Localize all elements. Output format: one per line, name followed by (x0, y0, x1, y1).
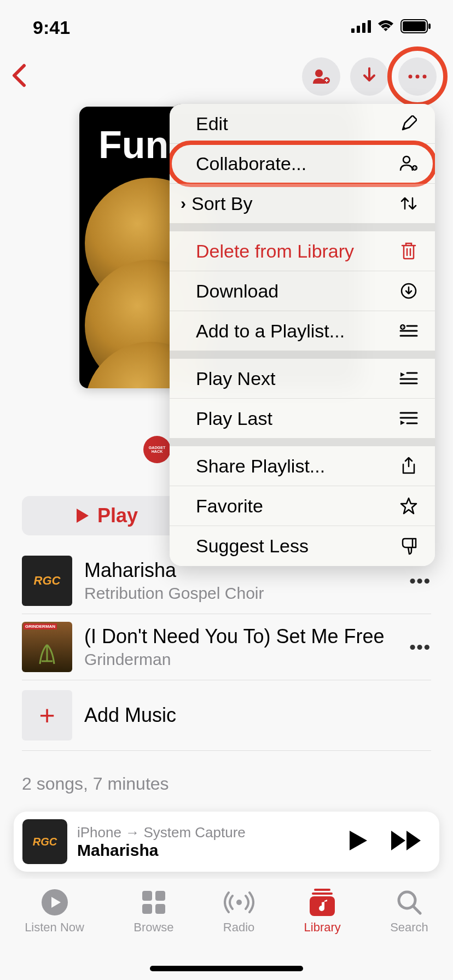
tab-library[interactable]: Library (304, 889, 341, 980)
chevron-right-icon: › (181, 194, 186, 213)
song-list: RGC Maharisha Retribution Gospel Choir •… (22, 548, 431, 794)
source-badge: GADGET HACK (143, 436, 171, 463)
svg-rect-6 (428, 24, 431, 29)
menu-play-last[interactable]: Play Last (170, 399, 435, 439)
now-playing-bar[interactable]: RGC iPhone → System Capture Maharisha (14, 812, 439, 872)
playlist-title: Fun (98, 123, 169, 167)
radio-icon (224, 889, 254, 916)
thumbs-down-icon (399, 538, 419, 555)
back-button[interactable] (11, 63, 28, 90)
svg-rect-14 (155, 891, 165, 901)
tab-search[interactable]: Search (390, 889, 428, 980)
library-icon (310, 889, 335, 916)
share-icon (399, 457, 419, 475)
svg-point-11 (423, 75, 427, 79)
play-last-icon (399, 411, 419, 425)
song-title: (I Don't Need You To) Set Me Free (84, 625, 397, 648)
download-button[interactable] (350, 57, 388, 96)
svg-rect-16 (155, 904, 165, 914)
np-play-button[interactable] (349, 830, 368, 854)
add-list-icon (399, 324, 419, 338)
song-more-button[interactable]: ••• (409, 571, 431, 591)
svg-rect-2 (362, 23, 365, 33)
trash-icon (399, 242, 419, 260)
song-artist: Retribution Gospel Choir (84, 584, 397, 603)
tab-bar: Listen Now Browse Radio Library Search (0, 879, 453, 980)
plus-icon: + (22, 690, 72, 740)
svg-point-7 (315, 69, 323, 77)
menu-share[interactable]: Share Playlist... (170, 446, 435, 486)
menu-play-next[interactable]: Play Next (170, 359, 435, 399)
svg-rect-18 (314, 889, 330, 891)
nav-header (0, 55, 453, 98)
star-icon (399, 497, 419, 515)
play-icon (76, 508, 90, 524)
menu-download[interactable]: Download (170, 271, 435, 311)
song-more-button[interactable]: ••• (409, 637, 431, 657)
menu-sort-by[interactable]: ›Sort By (170, 184, 435, 224)
now-playing-route: iPhone → System Capture (77, 824, 339, 841)
status-indicators (351, 19, 431, 36)
now-playing-artwork: RGC (22, 819, 67, 864)
download-circle-icon (399, 283, 419, 299)
play-label: Play (97, 504, 138, 527)
svg-rect-1 (357, 26, 360, 33)
play-button[interactable]: Play (22, 496, 191, 535)
playlist-summary: 2 songs, 7 minutes (22, 774, 431, 794)
now-playing-title: Maharisha (77, 841, 339, 860)
menu-add-playlist[interactable]: Add to a Playlist... (170, 311, 435, 351)
svg-point-22 (403, 156, 410, 163)
menu-suggest-less[interactable]: Suggest Less (170, 526, 435, 566)
home-indicator[interactable] (150, 966, 303, 971)
grid-icon (141, 889, 166, 916)
svg-rect-13 (142, 891, 152, 901)
svg-point-10 (416, 75, 420, 79)
invite-button[interactable] (302, 57, 340, 96)
svg-point-17 (236, 900, 242, 905)
song-row[interactable]: GRINDERMAN (I Don't Need You To) Set Me … (22, 614, 431, 680)
status-bar: 9:41 (0, 0, 453, 55)
svg-rect-15 (142, 904, 152, 914)
menu-favorite[interactable]: Favorite (170, 486, 435, 526)
tab-listen-now[interactable]: Listen Now (25, 889, 84, 980)
menu-collaborate[interactable]: Collaborate... (170, 144, 435, 184)
search-icon (396, 889, 422, 916)
svg-rect-3 (368, 20, 371, 33)
more-button[interactable] (398, 57, 437, 96)
battery-icon (400, 19, 431, 36)
wifi-icon (376, 20, 395, 35)
np-forward-button[interactable] (390, 830, 423, 854)
svg-rect-0 (351, 28, 355, 33)
pencil-icon (399, 115, 419, 132)
person-add-icon (399, 155, 419, 172)
cellular-icon (351, 20, 371, 35)
svg-point-9 (409, 75, 413, 79)
song-artist: Grinderman (84, 650, 397, 669)
svg-rect-19 (312, 892, 333, 895)
play-circle-icon (41, 889, 68, 916)
menu-edit[interactable]: Edit (170, 104, 435, 144)
song-artwork: GRINDERMAN (22, 622, 72, 672)
context-menu: Edit Collaborate... ›Sort By Delete from… (170, 104, 435, 566)
song-artwork: RGC (22, 556, 72, 606)
add-music-label: Add Music (84, 704, 176, 727)
sort-icon (399, 196, 419, 211)
play-next-icon (399, 371, 419, 386)
add-music-row[interactable]: + Add Music (22, 680, 431, 751)
status-time: 9:41 (33, 17, 70, 38)
menu-delete[interactable]: Delete from Library (170, 231, 435, 271)
svg-rect-5 (403, 21, 426, 31)
